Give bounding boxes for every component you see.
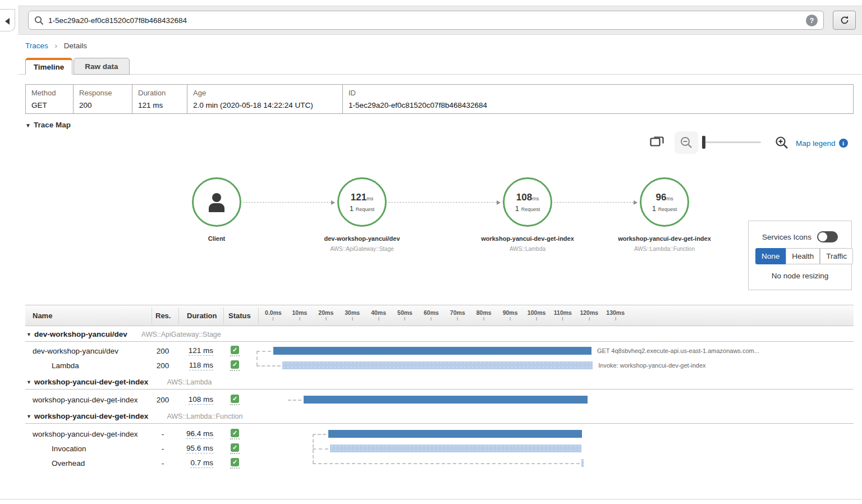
node-service-3[interactable]: 96ms 1 Request xyxy=(640,177,689,227)
connector-dashed-line xyxy=(256,351,271,352)
gantt-bar[interactable] xyxy=(273,347,592,355)
help-icon[interactable]: ? xyxy=(806,15,818,26)
segment-response: 200 xyxy=(152,361,174,370)
services-icons-label: Services Icons xyxy=(762,233,811,241)
column-res: Res. xyxy=(155,311,171,320)
map-options-panel: Services Icons None Health Traffic No no… xyxy=(748,221,852,290)
axis-tick: 0.0ms xyxy=(265,309,282,320)
trace-map-section-toggle[interactable]: ▼Trace Map xyxy=(25,121,71,129)
segment-response: 200 xyxy=(152,347,174,355)
tab-raw-data[interactable]: Raw data xyxy=(74,58,130,75)
node-service-type: AWS::Lambda xyxy=(466,246,589,252)
breadcrumb-chevron-icon: › xyxy=(55,42,58,50)
status-underline xyxy=(230,404,240,405)
node-requests: 1 Request xyxy=(652,204,677,213)
status-underline xyxy=(230,370,240,371)
mode-button-traffic[interactable]: Traffic xyxy=(820,248,853,264)
status-ok-icon: ✓ xyxy=(231,360,239,369)
trace-summary-table: MethodGET Response200 Duration121 ms Age… xyxy=(25,84,854,114)
mode-button-none[interactable]: None xyxy=(755,248,786,264)
segment-response: - xyxy=(152,430,174,438)
axis-tick: 40ms xyxy=(371,309,386,320)
segment-row[interactable]: Lambda 200 118 ms ✓ Invoke: workshop-yan… xyxy=(25,358,854,373)
axis-tick: 100ms xyxy=(528,309,546,320)
trace-search-input[interactable] xyxy=(48,16,806,25)
segment-row[interactable]: workshop-yancui-dev-get-index 200 108 ms… xyxy=(25,392,854,407)
edge-arrow xyxy=(243,202,334,203)
group-name: workshop-yancui-dev-get-index xyxy=(34,412,148,420)
column-duration: Duration xyxy=(187,311,217,320)
gantt-bar[interactable] xyxy=(581,459,584,467)
segment-duration[interactable]: 121 ms xyxy=(189,346,213,356)
segment-row[interactable]: dev-workshop-yancui/dev 200 121 ms ✓ GET… xyxy=(25,343,854,358)
segment-duration[interactable]: 118 ms xyxy=(189,361,213,370)
status-underline xyxy=(230,468,240,469)
triangle-down-icon: ▼ xyxy=(26,332,31,337)
segment-name[interactable]: Overhead xyxy=(52,459,85,468)
triangle-down-icon: ▼ xyxy=(25,122,31,129)
timeline-table-header: Name Res. Duration Status 0.0ms10ms20ms3… xyxy=(25,305,854,326)
segment-row[interactable]: workshop-yancui-dev-get-index - 96.4 ms … xyxy=(25,427,854,441)
group-header-row[interactable]: ▼ workshop-yancui-dev-get-index AWS::Lam… xyxy=(25,376,854,390)
status-ok-icon: ✓ xyxy=(231,458,239,466)
axis-tick: 120ms xyxy=(580,309,598,320)
node-service-2[interactable]: 108ms 1 Request xyxy=(503,177,552,227)
person-icon xyxy=(204,190,229,214)
trace-map-canvas: Client121ms 1 Requestdev-workshop-yancui… xyxy=(0,132,862,300)
node-label: workshop-yancui-dev-get-index xyxy=(466,235,589,242)
bar-annotation: GET 4q8sbvheq2.execute-api.us-east-1.ama… xyxy=(597,347,759,354)
segment-name[interactable]: workshop-yancui-dev-get-index xyxy=(33,396,138,404)
axis-tick: 10ms xyxy=(292,309,307,320)
group-name: workshop-yancui-dev-get-index xyxy=(34,378,148,386)
refresh-button[interactable] xyxy=(833,11,856,30)
status-ok-icon: ✓ xyxy=(231,395,239,403)
status-ok-icon: ✓ xyxy=(231,429,239,437)
node-duration: 121ms xyxy=(351,192,373,203)
segment-name[interactable]: Lambda xyxy=(52,361,79,370)
chevron-left-icon xyxy=(5,18,10,25)
status-underline xyxy=(230,438,240,439)
gantt-bar[interactable] xyxy=(282,361,593,369)
gantt-bar[interactable] xyxy=(328,430,582,438)
axis-tick: 130ms xyxy=(606,309,625,320)
axis-tick: 70ms xyxy=(450,309,465,320)
collapse-panel-button[interactable] xyxy=(0,9,15,31)
axis-tick: 30ms xyxy=(345,309,360,320)
group-service-type: AWS::Lambda xyxy=(167,378,212,386)
trace-search-box[interactable]: ? xyxy=(28,11,824,30)
segment-name[interactable]: workshop-yancui-dev-get-index xyxy=(33,430,138,438)
node-service-1[interactable]: 121ms 1 Request xyxy=(337,177,387,227)
gantt-bar[interactable] xyxy=(304,396,588,404)
axis-tick: 80ms xyxy=(476,309,492,320)
axis-tick: 60ms xyxy=(424,309,439,320)
segment-duration[interactable]: 108 ms xyxy=(189,395,213,405)
group-header-row[interactable]: ▼ workshop-yancui-dev-get-index AWS::Lam… xyxy=(25,410,854,424)
segment-name[interactable]: Invocation xyxy=(52,445,86,453)
segment-duration[interactable]: 96.4 ms xyxy=(186,429,213,439)
axis-tick: 50ms xyxy=(397,309,412,320)
segment-name[interactable]: dev-workshop-yancui/dev xyxy=(33,347,118,355)
segment-row[interactable]: Invocation - 95.6 ms ✓ xyxy=(25,441,854,456)
tabs-divider xyxy=(19,74,862,75)
group-name: dev-workshop-yancui/dev xyxy=(34,330,127,338)
gantt-bar[interactable] xyxy=(330,445,581,452)
refresh-icon xyxy=(840,15,850,25)
group-service-type: AWS::Lambda::Function xyxy=(167,413,242,420)
node-client[interactable] xyxy=(192,177,241,227)
node-label: workshop-yancui-dev-get-index xyxy=(603,235,726,242)
segment-duration[interactable]: 0.7 ms xyxy=(190,459,213,468)
status-ok-icon: ✓ xyxy=(231,443,239,452)
edge-arrow xyxy=(388,202,499,203)
connector-dashed-line xyxy=(313,463,580,464)
status-ok-icon: ✓ xyxy=(231,346,239,354)
mode-button-health[interactable]: Health xyxy=(786,248,820,264)
segment-response: - xyxy=(152,445,174,453)
node-label: Client xyxy=(155,235,278,242)
node-service-type: AWS::ApiGateway::Stage xyxy=(300,246,424,252)
segment-duration[interactable]: 95.6 ms xyxy=(186,444,213,453)
breadcrumb-traces-link[interactable]: Traces xyxy=(25,42,48,50)
breadcrumb: Traces › Details xyxy=(25,42,87,50)
group-header-row[interactable]: ▼ dev-workshop-yancui/dev AWS::ApiGatewa… xyxy=(25,328,854,342)
tab-timeline[interactable]: Timeline xyxy=(25,58,72,75)
services-icons-toggle[interactable] xyxy=(817,231,838,242)
